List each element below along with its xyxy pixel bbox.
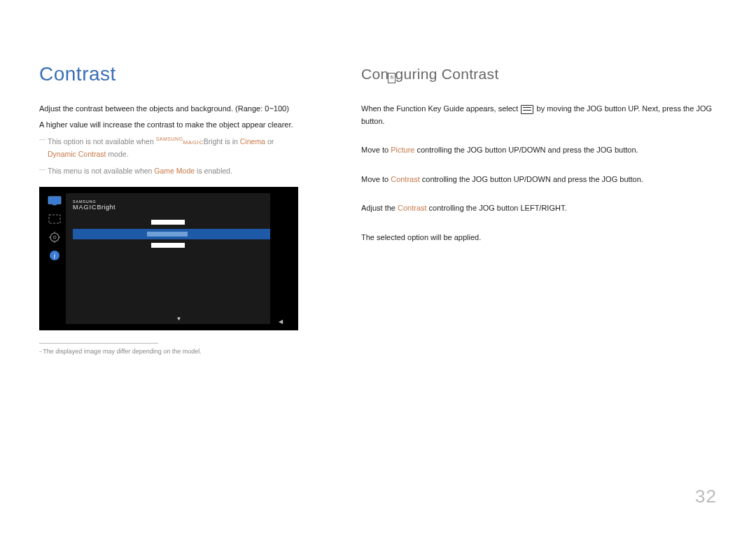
step-1: When the Function Key Guide appears, sel… (361, 103, 717, 127)
step-3: Move to Contrast controlling the JOG but… (361, 174, 717, 186)
osd-menu-row-selected (73, 229, 286, 239)
footnote-divider (39, 343, 158, 344)
osd-menu-row (73, 252, 286, 262)
svg-rect-2 (49, 215, 60, 223)
svg-rect-0 (48, 197, 61, 204)
monitor-icon (48, 195, 62, 206)
info-icon: i (48, 250, 62, 261)
section-heading: Configuring Contrast (361, 66, 717, 83)
page-number: 32 (695, 486, 717, 507)
svg-point-3 (50, 233, 59, 241)
step-4: Adjust the Contrast controlling the JOG … (361, 202, 717, 215)
svg-point-4 (53, 236, 56, 239)
arrow-left-icon: ◀ (279, 318, 283, 325)
osd-screenshot: i SAMSUNG MAGICBright ▶ ▼ (39, 187, 298, 330)
osd-right-strip: ◀ (270, 187, 298, 330)
arrow-down-icon: ▼ (176, 316, 182, 322)
svg-text:i: i (54, 252, 56, 260)
osd-menu-row (73, 218, 286, 227)
note-2: This menu is not available when Game Mod… (39, 165, 319, 178)
osd-menu-row (73, 274, 286, 284)
osd-menu-row (73, 241, 286, 251)
menu-icon (521, 105, 533, 114)
osd-menu-row (73, 263, 286, 273)
description-line-1: Adjust the contrast between the objects … (39, 102, 319, 115)
frame-icon (48, 213, 62, 225)
step-5: The selected option will be applied. (361, 232, 717, 244)
description-line-2: A higher value will increase the contras… (39, 118, 319, 132)
footnote: - The displayed image may differ dependi… (39, 348, 319, 355)
note-1: This option is not available when SAMSUN… (39, 135, 319, 160)
page-title: Contrast (39, 63, 319, 85)
gear-icon (48, 232, 62, 243)
step-2: Move to Picture controlling the JOG butt… (361, 144, 717, 157)
osd-menu-panel: SAMSUNG MAGICBright ▶ ▼ (66, 193, 292, 324)
svg-rect-1 (52, 204, 56, 206)
osd-menu-title: SAMSUNG MAGICBright (73, 200, 286, 211)
